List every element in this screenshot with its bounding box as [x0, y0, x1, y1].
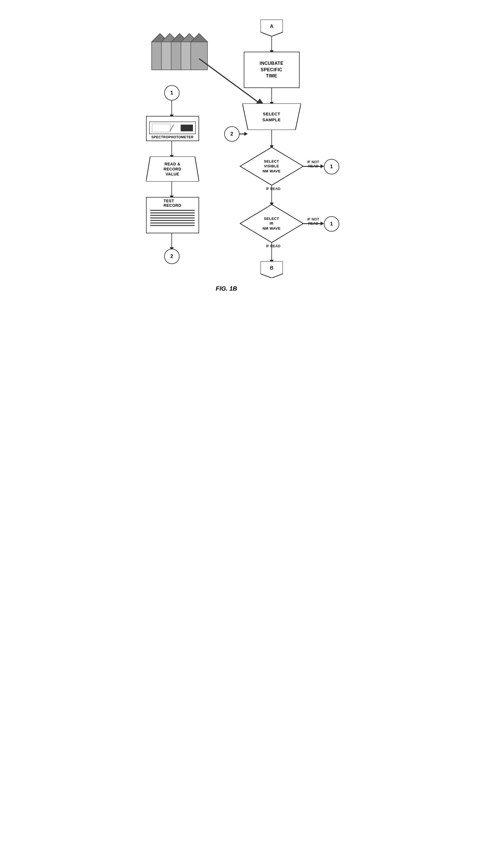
test-record-box: TESTRECORD	[146, 197, 199, 233]
arrowhead-circle2	[244, 132, 248, 136]
arrow-circle1-to-spectro	[172, 100, 172, 116]
select-sample-label: SELECTSAMPLE	[262, 111, 281, 123]
if-read-label-1: IF READ	[266, 186, 281, 191]
arrow-diamond1-right	[303, 166, 321, 167]
spectro-white-rect	[152, 124, 170, 132]
connector-A: A	[261, 20, 283, 36]
sample-vials-icon	[146, 20, 210, 75]
if-not-read-label-1: IF NOTREAD	[307, 160, 319, 168]
if-read-label-2: IF READ	[266, 244, 281, 248]
spectro-black-rect	[180, 125, 193, 131]
circle-connector-1-left: 1	[164, 85, 179, 100]
test-record-label: TESTRECORD	[164, 199, 182, 207]
incubate-label: INCUBATESPECIFICTIME	[260, 60, 283, 79]
select-visible-diamond: SELECTVISIBLENM WAVE	[240, 147, 304, 186]
circle-connector-1-right2: 1	[324, 216, 339, 232]
spectrophotometer-box: SPECTROPHOTOMETER	[146, 116, 199, 141]
read-record-box: READ &RECORDVALUE	[146, 157, 199, 182]
read-record-label: READ &RECORDVALUE	[164, 161, 182, 177]
arrowhead-diamond2-right	[320, 222, 324, 225]
arrowhead-diamond1-right	[320, 164, 324, 168]
circle-connector-1-right1: 1	[324, 159, 339, 174]
spectrophotometer-label: SPECTROPHOTOMETER	[151, 135, 194, 139]
arrow-select-to-diamond1	[271, 130, 272, 147]
circle-connector-2-right: 2	[224, 126, 240, 142]
arrow-diamond1-down	[271, 186, 272, 204]
arrow-read-to-testrecord	[172, 182, 172, 197]
test-record-lines	[150, 210, 194, 227]
svg-text:A: A	[270, 23, 273, 29]
select-ir-diamond: SELECTIRNM WAVE	[240, 204, 304, 243]
arrow-spectro-to-read	[172, 141, 172, 157]
select-visible-label: SELECTVISIBLENM WAVE	[262, 159, 281, 174]
arrow-diamond2-down	[271, 243, 272, 261]
svg-text:B: B	[270, 265, 273, 271]
spectro-inner-graphic	[149, 121, 196, 134]
connector-B: B	[261, 261, 283, 278]
select-sample-box: SELECTSAMPLE	[242, 103, 301, 130]
figure-label: FIG. 1B	[216, 285, 237, 292]
if-not-read-label-2: IF NOTREAD	[307, 217, 319, 225]
select-ir-label: SELECTIRNM WAVE	[262, 216, 281, 231]
arrow-diamond2-right	[303, 223, 321, 224]
arrow-testrecord-to-circle2	[172, 233, 172, 249]
circle-connector-2-bottom-left: 2	[164, 249, 179, 264]
flowchart-diagram: 1 SPECTROPHOTOMETER READ &RECORDVALUE	[138, 11, 366, 844]
arrow-A-to-incubate	[271, 36, 272, 52]
arrow-incubate-to-select	[271, 88, 272, 103]
incubate-box: INCUBATESPECIFICTIME	[244, 52, 299, 88]
